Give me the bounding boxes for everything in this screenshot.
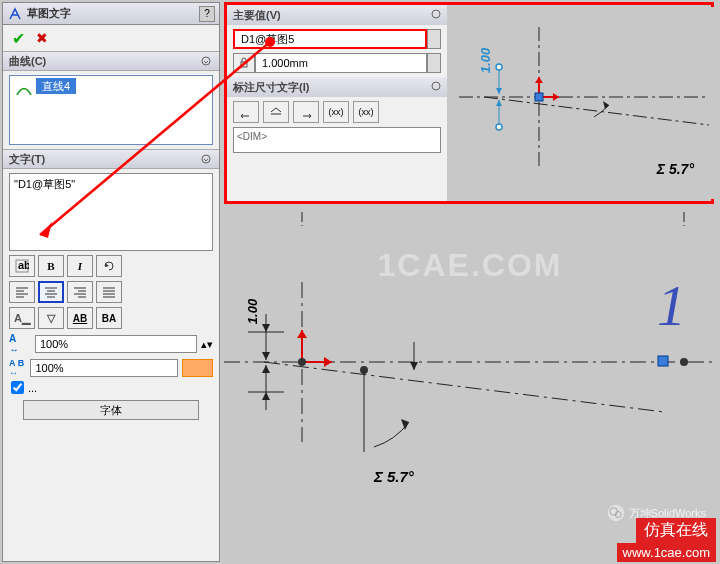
ab-button[interactable]: AB <box>67 307 93 329</box>
footer-cn: 仿真在线 <box>636 518 716 543</box>
main-value-header: 主要值(V) <box>227 5 447 25</box>
angle-label: Σ 5.7° <box>374 468 414 485</box>
width-value[interactable] <box>35 335 197 353</box>
font-button[interactable]: 字体 <box>23 400 199 420</box>
spacing-row: A B↔ <box>9 358 213 378</box>
spacing-value[interactable] <box>30 359 178 377</box>
lock-icon[interactable] <box>233 53 255 73</box>
dim-text-field[interactable]: <DIM> <box>233 127 441 153</box>
width-row: A↔ ▴▾ <box>9 333 213 355</box>
dim-value: 1.00 <box>245 299 260 324</box>
text-input[interactable]: "D1@草图5" <box>9 173 213 251</box>
use-font-checkbox[interactable] <box>11 381 24 394</box>
flip-row: A▁ ▽ AB BA <box>9 307 213 329</box>
help-button[interactable]: ? <box>199 6 215 22</box>
panel-header: 草图文字 ? <box>3 3 219 25</box>
width-ab-icon: A B↔ <box>9 358 26 378</box>
align-left-button[interactable] <box>9 281 35 303</box>
ba-button[interactable]: BA <box>96 307 122 329</box>
cancel-button[interactable]: ✖ <box>33 29 51 47</box>
curve-thumb-icon <box>12 78 36 102</box>
width-a-icon: A↔ <box>9 333 31 355</box>
highlight-callout: 主要值(V) 标注尺寸文字(I) (xx) (xx) <box>224 2 714 204</box>
panel-title: 草图文字 <box>27 6 195 21</box>
svg-point-4 <box>432 10 440 18</box>
angle-label-mini: Σ 5.7° <box>657 161 694 177</box>
svg-point-13 <box>496 64 502 70</box>
dim-text-header: 标注尺寸文字(I) <box>227 77 447 97</box>
collapse-icon[interactable] <box>199 152 213 166</box>
flip-h-button[interactable]: ▽ <box>38 307 64 329</box>
checkbox-row[interactable]: ... <box>11 381 211 394</box>
align-justify-button[interactable] <box>96 281 122 303</box>
checkbox-label: ... <box>28 382 37 394</box>
collapse-icon[interactable] <box>199 54 213 68</box>
ok-button[interactable]: ✔ <box>9 29 27 47</box>
dim-center-icon[interactable] <box>263 101 289 123</box>
svg-point-14 <box>496 124 502 130</box>
text-label: 文字(T) <box>9 152 45 167</box>
footer-badge: 仿真在线 www.1cae.com <box>617 518 716 562</box>
sketch-text-icon <box>7 6 23 22</box>
collapse-icon[interactable] <box>431 9 441 21</box>
svg-point-6 <box>432 82 440 90</box>
sketch-text-preview: 1 <box>657 272 686 339</box>
curves-list[interactable]: 直线4 <box>9 75 213 145</box>
spinner-icon[interactable]: ▴▾ <box>201 338 213 351</box>
main-value-label: 主要值(V) <box>233 8 281 23</box>
svg-line-9 <box>484 97 709 125</box>
dim-left-icon[interactable] <box>233 101 259 123</box>
dim-xx1-button[interactable]: (xx) <box>323 101 349 123</box>
confirm-row: ✔ ✖ <box>3 25 219 51</box>
text-header[interactable]: 文字(T) <box>3 149 219 169</box>
svg-point-1 <box>202 155 210 163</box>
highlight-viewport: 1.00 Σ 5.7° <box>449 7 714 199</box>
spinner[interactable] <box>427 29 441 49</box>
dim-value-mini: 1.00 <box>478 48 493 73</box>
bold-button[interactable]: B <box>38 255 64 277</box>
curves-header[interactable]: 曲线(C) <box>3 51 219 71</box>
rotate-button[interactable] <box>96 255 122 277</box>
dimension-panel: 主要值(V) 标注尺寸文字(I) (xx) (xx) <box>227 5 447 201</box>
align-center-button[interactable] <box>38 281 64 303</box>
svg-point-0 <box>202 57 210 65</box>
text-value: "D1@草图5" <box>14 178 75 190</box>
sketch-text-panel: 草图文字 ? ✔ ✖ 曲线(C) 直线4 文字(T) "D1@草图5" ab B… <box>2 2 220 562</box>
svg-text:ab: ab <box>18 259 29 271</box>
svg-rect-5 <box>241 62 247 67</box>
footer-url: www.1cae.com <box>617 543 716 562</box>
spinner[interactable] <box>427 53 441 73</box>
italic-button[interactable]: I <box>67 255 93 277</box>
dim-text-label: 标注尺寸文字(I) <box>233 80 309 95</box>
align-row <box>9 281 213 303</box>
insert-symbol-button[interactable]: ab <box>9 255 35 277</box>
curves-label: 曲线(C) <box>9 54 46 69</box>
dim-value-field[interactable] <box>255 53 427 73</box>
right-area: 主要值(V) 标注尺寸文字(I) (xx) (xx) <box>222 2 718 562</box>
dim-xx2-button[interactable]: (xx) <box>353 101 379 123</box>
dim-right-icon[interactable] <box>293 101 319 123</box>
curve-selected-item[interactable]: 直线4 <box>36 78 76 94</box>
dim-name-field[interactable] <box>233 29 427 49</box>
flip-v-button[interactable]: A▁ <box>9 307 35 329</box>
svg-rect-26 <box>658 356 668 366</box>
style-row: ab B I <box>9 255 213 277</box>
collapse-icon[interactable] <box>431 81 441 93</box>
svg-line-21 <box>264 362 664 412</box>
main-viewport[interactable]: 1CAE.COM <box>224 212 716 562</box>
color-swatch[interactable] <box>182 359 213 377</box>
svg-point-24 <box>298 358 306 366</box>
align-right-button[interactable] <box>67 281 93 303</box>
svg-rect-12 <box>535 93 543 101</box>
svg-point-27 <box>680 358 688 366</box>
dim-icon-row: (xx) (xx) <box>233 101 441 123</box>
